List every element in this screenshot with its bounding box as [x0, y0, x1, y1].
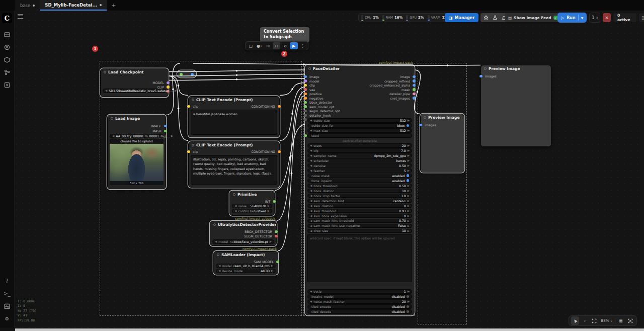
- collapse-icon[interactable]: [192, 144, 194, 146]
- widget-sam_mask_hint_use_negative[interactable]: ◀sam_mask_hint_use_negativeFalse▶: [307, 224, 412, 228]
- new-tab-button[interactable]: +: [107, 0, 120, 11]
- output-slot-cnet_images[interactable]: cnet_images: [390, 97, 414, 100]
- cancel-button[interactable]: ×: [603, 13, 611, 22]
- widget-denoise[interactable]: ◀denoise0.50▶: [307, 163, 412, 168]
- text-widget[interactable]: a beautiful japanese woman: [191, 110, 277, 135]
- widget-noise_mask[interactable]: noise_maskenabled: [307, 174, 412, 178]
- terminal-icon[interactable]: >_: [4, 290, 11, 297]
- workflows-icon[interactable]: [4, 31, 11, 38]
- tab-current-workflow[interactable]: SD_Mylib-FaceDetai...: [40, 0, 107, 11]
- output-slot-MODEL[interactable]: MODEL: [152, 81, 168, 85]
- widget-inpaint_model[interactable]: inpaint_modeldisabled: [307, 294, 412, 299]
- input-slot-clip[interactable]: clip: [305, 84, 315, 87]
- pointer-tool-button[interactable]: ▲: [571, 316, 579, 325]
- execute-icon[interactable]: ▶: [290, 42, 298, 49]
- delete-icon[interactable]: ▢: [247, 42, 255, 49]
- output-slot-CONDITIONING[interactable]: CONDITIONING: [251, 105, 279, 108]
- output-slot-INT[interactable]: INT: [265, 200, 274, 203]
- output-slot-cropped_refined[interactable]: cropped_refined: [384, 79, 414, 83]
- node-pill[interactable]: [177, 70, 196, 77]
- output-slot-CONDITIONING[interactable]: CONDITIONING: [251, 150, 279, 153]
- run-button[interactable]: ▷ Run ▼: [557, 13, 587, 23]
- graph-canvas[interactable]: Load CheckpointMODELCLIPVAE◀SD1.5\beauti…: [0, 11, 644, 328]
- output-slot-detailer_pipe[interactable]: detailer_pipe: [389, 92, 414, 96]
- collapse-icon[interactable]: [308, 67, 311, 70]
- node-ce2[interactable]: CLIP Text Encode (Prompt)clipCONDITIONIN…: [188, 141, 280, 188]
- input-slot-positive[interactable]: positive: [305, 92, 322, 96]
- output-slot-SAM_MODEL[interactable]: SAM_MODEL: [254, 260, 278, 264]
- input-slot-clip[interactable]: clip: [189, 150, 198, 153]
- media-icon[interactable]: [4, 44, 11, 50]
- widget-device_mode[interactable]: ◀device_modeAUTO▶: [216, 269, 276, 273]
- widget-combo[interactable]: ◀AA_00_try_00000_m_00001_m.j ...▶: [110, 134, 164, 138]
- node-pvS[interactable]: Preview Imageimages: [420, 114, 464, 173]
- widget-guide_size[interactable]: ◀guide_size512▶: [307, 118, 412, 123]
- collapse-icon[interactable]: [104, 71, 106, 73]
- widget-sam_mask_hint_threshold[interactable]: ◀sam_mask_hint_threshold0.70▶: [307, 219, 412, 223]
- output-slot-image[interactable]: image: [400, 75, 414, 78]
- widget-guide_size_for[interactable]: guide_size_forbbox: [307, 123, 412, 128]
- batch-count-stepper[interactable]: 1 ▴▾: [589, 13, 600, 23]
- input-slot-images[interactable]: images: [481, 74, 497, 78]
- input-slot-negative[interactable]: negative: [305, 97, 324, 100]
- output-slot-cropped_enhanced_alpha[interactable]: cropped_enhanced_alpha: [370, 84, 414, 87]
- node-sam[interactable]: comfyui-impact-packSAMLoader (Impact)SAM…: [213, 251, 278, 275]
- widget-model_name[interactable]: ◀model_namebbox/face_yolov8m.pt▶: [212, 239, 274, 244]
- convert-to-subgraph-icon[interactable]: ⊟: [273, 42, 280, 49]
- widget-sam_detection_hint[interactable]: ◀sam_detection_hintcenter-1▶: [307, 199, 412, 203]
- gallery-icon[interactable]: [4, 303, 11, 309]
- widget-sam_dilation[interactable]: ◀sam_dilation0▶: [307, 204, 412, 208]
- node-pvR[interactable]: Preview Imageimages: [480, 65, 551, 147]
- output-slot-mask[interactable]: mask: [401, 88, 414, 92]
- star-icon[interactable]: [482, 14, 490, 21]
- flask-icon[interactable]: [491, 14, 499, 21]
- text-widget[interactable]: wildcard spec: if kept blank, this optio…: [307, 234, 412, 282]
- collapse-icon[interactable]: [111, 117, 113, 120]
- input-slot-vae[interactable]: vae: [305, 88, 315, 92]
- fit-view-button[interactable]: [590, 316, 598, 325]
- widget-steps[interactable]: ◀steps20▶: [307, 143, 412, 148]
- input-slot-images[interactable]: images: [421, 123, 436, 127]
- widget-drop_size[interactable]: ◀drop_size10▶: [307, 229, 412, 233]
- text-widget[interactable]: illustration, 3d, sepia, painting, carto…: [191, 155, 277, 185]
- widget-seed[interactable]: seed: [307, 133, 412, 138]
- node-li[interactable]: Load ImageIMAGEMASK◀AA_00_try_00000_m_00…: [107, 115, 166, 189]
- upload-button[interactable]: choose file to upload: [110, 139, 164, 143]
- input-slot-clip[interactable]: clip: [189, 105, 198, 108]
- widget-sam_bbox_expansion[interactable]: ◀sam_bbox_expansion0▶: [307, 214, 412, 218]
- frame-icon[interactable]: ⊞: [264, 42, 272, 49]
- node-fd[interactable]: comfyui-impact-packFaceDetailerimagemode…: [305, 65, 415, 315]
- more-options-icon[interactable]: ⋮: [299, 42, 306, 49]
- zoom-level-dropdown[interactable]: 83%∨: [600, 316, 613, 325]
- queue-icon[interactable]: [4, 81, 11, 88]
- tab-base[interactable]: base: [15, 0, 40, 11]
- manager-button[interactable]: ◨ Manager: [445, 13, 478, 22]
- menu-icon[interactable]: [18, 14, 23, 19]
- node-ce1[interactable]: CLIP Text Encode (Prompt)clipCONDITIONIN…: [188, 96, 280, 137]
- widget-bbox_crop_factor[interactable]: ◀bbox_crop_factor3.0▶: [307, 194, 412, 198]
- output-slot-MASK[interactable]: MASK: [152, 129, 166, 133]
- collapse-icon[interactable]: [484, 67, 487, 70]
- models-icon[interactable]: [4, 56, 11, 63]
- widget-sampler_name[interactable]: ◀sampler_namedpmpp_2m_sde_gpu▶: [307, 153, 412, 158]
- collapse-icon[interactable]: [213, 223, 216, 226]
- widget-force_inpaint[interactable]: force_inpaintenabled: [307, 179, 412, 183]
- widget-cfg[interactable]: ◀cfg7.0▶: [307, 148, 412, 153]
- comfyui-logo[interactable]: C: [2, 13, 12, 23]
- widget-cycle[interactable]: ◀cycle1▶: [307, 289, 412, 294]
- settings-gear-icon[interactable]: ⚙: [4, 315, 11, 322]
- widget-model_name[interactable]: ◀model_namesam_vit_b_01ec64.pth▶: [216, 264, 276, 268]
- widget-noise_mask_feather[interactable]: ◀noise_mask_feather20▶: [307, 299, 412, 304]
- input-slot-image[interactable]: image: [305, 75, 319, 78]
- pointer-tool-dropdown[interactable]: ∨: [581, 316, 589, 325]
- input-slot-segm_detector_opt[interactable]: segm_detector_opt: [305, 109, 340, 113]
- fullscreen-button[interactable]: [626, 316, 634, 325]
- node-prim[interactable]: PrimitiveINT◀value56400828▶◀control befo…: [229, 191, 275, 216]
- minimap-button[interactable]: ▦: [617, 316, 625, 325]
- output-slot-SEGM_DETECTOR[interactable]: SEGM_DETECTOR: [244, 234, 276, 238]
- bypass-icon[interactable]: ⊘: [281, 42, 289, 49]
- widget-feather[interactable]: ◀feather5▶: [307, 169, 412, 173]
- node-ckpt[interactable]: Load CheckpointMODELCLIPVAE◀SD1.5\beauti…: [100, 68, 169, 97]
- toggle-panel-icon[interactable]: ▯: [639, 13, 644, 22]
- help-icon[interactable]: ?: [4, 278, 11, 284]
